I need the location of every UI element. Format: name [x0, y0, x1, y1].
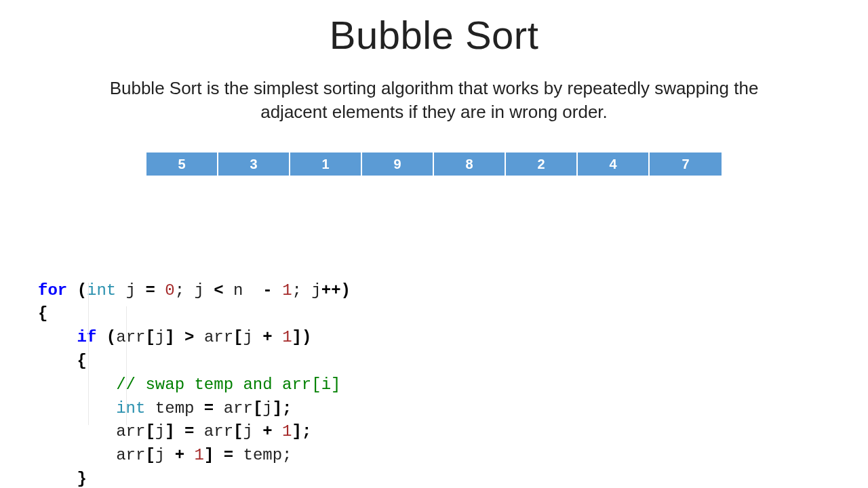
code-token: 0 — [165, 281, 174, 300]
code-token: j — [243, 422, 262, 441]
code-token — [38, 399, 116, 418]
code-token: ( — [106, 328, 116, 346]
code-token: ; j — [292, 281, 321, 300]
description-text: Bubble Sort is the simplest sorting algo… — [108, 77, 760, 124]
code-token: [ — [145, 422, 155, 441]
code-token — [38, 375, 116, 394]
code-line: int temp = arr[j]; — [38, 397, 868, 421]
code-token: = — [204, 399, 214, 418]
code-token — [96, 328, 106, 346]
code-token: 1 — [282, 328, 292, 346]
code-token: j — [243, 328, 263, 346]
code-token — [155, 281, 165, 300]
code-token — [67, 281, 77, 300]
code-token — [214, 446, 223, 464]
code-token: { — [77, 352, 87, 370]
indent-guide — [88, 283, 89, 425]
code-token: for — [38, 281, 67, 300]
code-token: j — [155, 328, 165, 346]
code-token: j — [116, 281, 145, 300]
code-token — [38, 470, 77, 488]
code-token: ; j — [175, 281, 214, 300]
code-token: int — [116, 399, 145, 418]
code-line: if (arr[j] > arr[j + 1]) — [38, 326, 868, 350]
code-token: arr — [116, 328, 145, 346]
code-token: j — [155, 422, 165, 441]
array-cell: 2 — [506, 152, 578, 176]
code-snippet: for (int j = 0; j < n - 1; j++){ if (arr… — [38, 208, 868, 488]
code-token: = — [184, 422, 194, 441]
code-token: temp; — [233, 446, 292, 464]
code-token: + — [262, 328, 272, 346]
array-cell: 9 — [362, 152, 434, 176]
array-cell: 8 — [434, 152, 506, 176]
code-line: { — [38, 350, 868, 373]
code-token: arr — [38, 446, 145, 464]
code-token: // swap temp and arr[i] — [116, 375, 340, 394]
code-token: = — [224, 446, 233, 464]
array-cell: 5 — [146, 152, 218, 176]
code-token: ]; — [273, 399, 292, 418]
code-token: [ — [145, 328, 155, 346]
code-token — [38, 328, 77, 346]
code-token: ( — [77, 281, 87, 300]
code-token: > — [184, 328, 194, 346]
array-cell: 7 — [650, 152, 722, 176]
code-token — [273, 281, 282, 300]
code-token — [184, 446, 194, 464]
code-line: for (int j = 0; j < n - 1; j++) — [38, 279, 868, 303]
page-title: Bubble Sort — [0, 12, 868, 58]
code-token: n — [224, 281, 263, 300]
code-token — [273, 328, 282, 346]
code-token: if — [77, 328, 97, 346]
code-token: + — [262, 422, 272, 441]
code-token: ] — [204, 446, 214, 464]
code-token: } — [77, 470, 87, 488]
code-token — [175, 422, 184, 441]
code-line: arr[j + 1] = temp; — [38, 444, 868, 468]
array-cell: 3 — [218, 152, 290, 176]
code-token: j — [155, 446, 175, 464]
array-cell: 4 — [578, 152, 650, 176]
code-token: - — [262, 281, 272, 300]
code-token: temp — [145, 399, 203, 418]
code-token: ++) — [321, 281, 351, 300]
code-token: [ — [233, 422, 243, 441]
code-line: // swap temp and arr[i] — [38, 373, 868, 397]
code-line: { — [38, 302, 868, 326]
code-token — [273, 422, 282, 441]
code-token: j — [262, 399, 272, 418]
code-token: arr — [194, 328, 233, 346]
code-token: ]; — [292, 422, 312, 441]
code-token: < — [214, 281, 223, 300]
code-token: [ — [233, 328, 243, 346]
code-line: } — [38, 468, 868, 488]
code-token: arr — [214, 399, 253, 418]
code-token: [ — [145, 446, 155, 464]
code-token: = — [145, 281, 155, 300]
code-token: ] — [165, 328, 174, 346]
code-token: [ — [253, 399, 262, 418]
code-token: arr — [38, 422, 145, 441]
array-visualization: 53198247 — [0, 152, 868, 176]
code-token: int — [87, 281, 116, 300]
code-token: 1 — [194, 446, 203, 464]
code-line: arr[j] = arr[j + 1]; — [38, 420, 868, 444]
array-cell: 1 — [290, 152, 362, 176]
code-token: ] — [165, 422, 174, 441]
code-token — [38, 352, 77, 370]
code-token — [175, 328, 184, 346]
code-token: 1 — [282, 422, 292, 441]
code-token: 1 — [282, 281, 292, 300]
code-token: ]) — [292, 328, 312, 346]
indent-guide — [126, 306, 127, 425]
code-token: { — [38, 304, 47, 323]
code-token: + — [175, 446, 184, 464]
code-token: arr — [194, 422, 233, 441]
